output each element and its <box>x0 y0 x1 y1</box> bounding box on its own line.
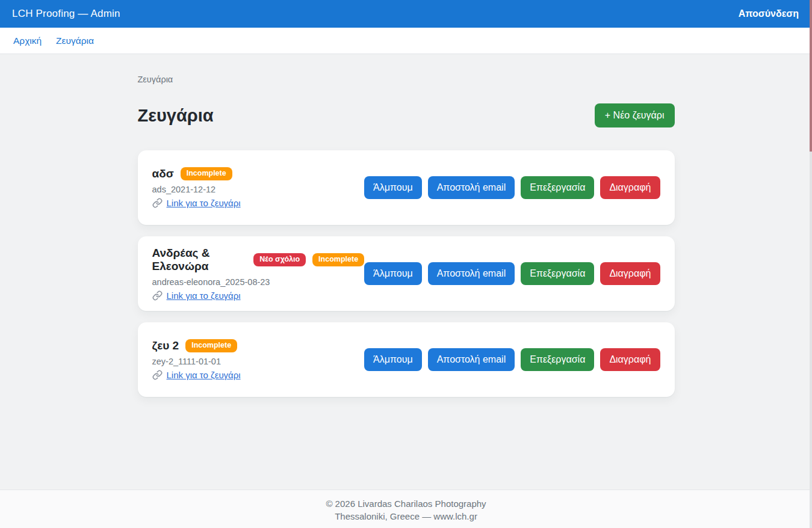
status-badge-new-comment: Νέο σχόλιο <box>253 253 306 266</box>
couple-actions: Άλμπουμ Αποστολή email Επεξεργασία Διαγρ… <box>364 262 660 285</box>
couple-actions: Άλμπουμ Αποστολή email Επεξεργασία Διαγρ… <box>364 348 660 371</box>
send-email-button[interactable]: Αποστολή email <box>428 262 515 285</box>
breadcrumb: Ζευγάρια <box>138 54 675 84</box>
new-couple-button[interactable]: + Νέο ζευγάρι <box>595 103 675 127</box>
page-footer: © 2026 Livardas Charilaos Photography Th… <box>0 490 812 528</box>
couple-slug: ads_2021-12-12 <box>152 185 241 194</box>
couple-info: αδσ Incomplete ads_2021-12-12 Link για τ… <box>152 167 241 208</box>
nav-item-couples[interactable]: Ζευγάρια <box>56 35 94 46</box>
link-icon <box>152 290 163 301</box>
top-bar: LCH Proofing — Admin Αποσύνδεση <box>0 0 812 28</box>
page-title: Ζευγάρια <box>138 106 214 126</box>
footer-location: Thessaloniki, Greece — www.lch.gr <box>0 510 812 523</box>
link-icon <box>152 370 163 380</box>
send-email-button[interactable]: Αποστολή email <box>428 176 515 199</box>
couple-card: αδσ Incomplete ads_2021-12-12 Link για τ… <box>138 150 675 225</box>
status-badge-incomplete: Incomplete <box>312 253 364 266</box>
couple-link[interactable]: Link για το ζευγάρι <box>167 290 241 301</box>
delete-button[interactable]: Διαγραφή <box>600 348 660 371</box>
edit-button[interactable]: Επεξεργασία <box>521 176 594 199</box>
album-button[interactable]: Άλμπουμ <box>364 262 422 285</box>
album-button[interactable]: Άλμπουμ <box>364 176 422 199</box>
status-badge-incomplete: Incomplete <box>185 339 237 352</box>
main-nav: Αρχική Ζευγάρια <box>0 28 812 54</box>
send-email-button[interactable]: Αποστολή email <box>428 348 515 371</box>
couple-card: Ανδρέας & Ελεονώρα Νέο σχόλιο Incomplete… <box>138 236 675 311</box>
admin-page: LCH Proofing — Admin Αποσύνδεση Αρχική Ζ… <box>0 0 812 528</box>
delete-button[interactable]: Διαγραφή <box>600 262 660 285</box>
status-badge-incomplete: Incomplete <box>181 167 232 180</box>
couple-name: ζευ 2 <box>152 339 179 352</box>
logout-link[interactable]: Αποσύνδεση <box>739 8 799 19</box>
edit-button[interactable]: Επεξεργασία <box>521 348 594 371</box>
link-icon <box>152 198 163 208</box>
couple-name: Ανδρέας & Ελεονώρα <box>152 247 247 273</box>
couple-link[interactable]: Link για το ζευγάρι <box>167 370 241 380</box>
footer-copyright: © 2026 Livardas Charilaos Photography <box>0 497 812 510</box>
couple-card: ζευ 2 Incomplete zey-2_1111-01-01 Link γ… <box>138 322 675 397</box>
couple-slug: zey-2_1111-01-01 <box>152 357 241 366</box>
couple-link[interactable]: Link για το ζευγάρι <box>167 198 241 208</box>
couple-name: αδσ <box>152 167 174 180</box>
main-content: Ζευγάρια Ζευγάρια + Νέο ζευγάρι αδσ Inco… <box>0 54 812 490</box>
couple-actions: Άλμπουμ Αποστολή email Επεξεργασία Διαγρ… <box>364 176 660 199</box>
couple-slug: andreas-eleonora_2025-08-23 <box>152 277 365 287</box>
delete-button[interactable]: Διαγραφή <box>600 176 660 199</box>
couple-info: Ανδρέας & Ελεονώρα Νέο σχόλιο Incomplete… <box>152 247 365 301</box>
app-title: LCH Proofing — Admin <box>12 8 120 20</box>
page-header: Ζευγάρια + Νέο ζευγάρι <box>138 103 675 127</box>
couples-list: αδσ Incomplete ads_2021-12-12 Link για τ… <box>138 150 675 397</box>
edit-button[interactable]: Επεξεργασία <box>521 262 594 285</box>
scrollbar-thumb[interactable] <box>810 0 812 152</box>
couple-info: ζευ 2 Incomplete zey-2_1111-01-01 Link γ… <box>152 339 241 380</box>
vertical-scrollbar[interactable] <box>810 0 812 528</box>
nav-item-home[interactable]: Αρχική <box>13 35 42 46</box>
album-button[interactable]: Άλμπουμ <box>364 348 422 371</box>
